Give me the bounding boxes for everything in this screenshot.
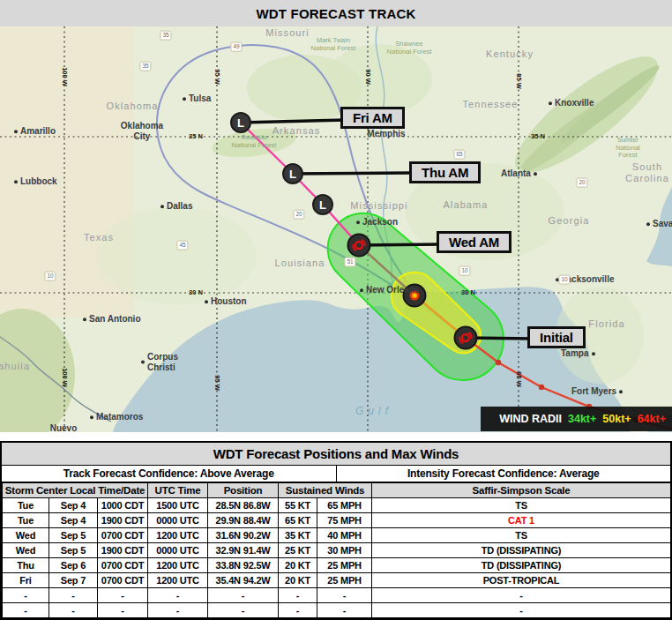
table-row: TueSep 41900 CDT0000 UTC29.9N 88.4W65 KT…: [3, 513, 671, 528]
table-cell: TS: [372, 528, 671, 543]
table-title: WDT Forecast Positions and Max Winds: [2, 443, 670, 466]
table-cell: 29.9N 88.4W: [208, 513, 279, 528]
callout-initial: Initial: [527, 326, 586, 348]
table-row: FriSep 70700 CDT1200 UTC35.4N 94.2W20 KT…: [3, 573, 671, 588]
svg-text:L: L: [289, 168, 296, 181]
callout-wed-am: Wed AM: [437, 231, 511, 253]
table-cell: Sep 4: [49, 498, 98, 513]
table-cell: 25 MPH: [317, 573, 372, 588]
table-cell: 1200 UTC: [148, 528, 208, 543]
table-cell: 28.5N 86.8W: [208, 498, 279, 513]
table-cell: Fri: [3, 573, 49, 588]
table-cell: -: [372, 588, 671, 603]
table-cell: 65 MPH: [317, 498, 372, 513]
svg-text:L: L: [237, 116, 244, 130]
table-cell: -: [49, 588, 98, 603]
track-confidence: Track Forecast Confidence: Above Average: [2, 466, 336, 482]
table-cell: 1900 CDT: [98, 513, 148, 528]
table-row: TueSep 41000 CDT1500 UTC28.5N 86.8W55 KT…: [3, 498, 671, 513]
callout-fri-am: Fri AM: [340, 107, 405, 129]
table-row: ThuSep 60700 CDT1200 UTC33.8N 92.5W20 KT…: [3, 558, 671, 573]
table-cell: Sep 5: [49, 528, 98, 543]
table-row: WedSep 51900 CDT0000 UTC32.9N 91.4W25 KT…: [3, 543, 671, 558]
table-cell: 0700 CDT: [98, 573, 148, 588]
table-cell: Wed: [3, 528, 49, 543]
legend-item: 34kt+: [568, 413, 596, 425]
col-header-winds: Sustained Winds: [279, 483, 372, 498]
table-cell: Tue: [3, 498, 49, 513]
table-cell: Sep 7: [49, 573, 98, 588]
header-row: Storm Center Local Time/Date UTC Time Po…: [3, 483, 671, 498]
table-cell: Tue: [3, 513, 49, 528]
table-cell: -: [317, 603, 372, 618]
table-row: --------: [3, 588, 671, 603]
storm-marker-tue-pm: [404, 285, 426, 307]
wdt-forecast-graphic: { "title": "WDT FORECAST TRACK", "map": …: [0, 0, 672, 620]
table-cell: 40 MPH: [317, 528, 372, 543]
table-cell: 0000 UTC: [148, 513, 208, 528]
table-cell: TD (DISSIPATING): [372, 543, 671, 558]
table-cell: Thu: [3, 558, 49, 573]
legend-item: 64kt+: [638, 413, 666, 425]
table-cell: 35 KT: [279, 528, 317, 543]
table-cell: -: [98, 603, 148, 618]
col-header-utc: UTC Time: [148, 483, 208, 498]
wind-radii-legend: WIND RADII 34kt+50kt+64kt+: [481, 407, 672, 431]
positions-table: Storm Center Local Time/Date UTC Time Po…: [2, 482, 671, 618]
table-cell: 33.8N 92.5W: [208, 558, 279, 573]
table-cell: Sep 4: [49, 513, 98, 528]
table-cell: -: [317, 588, 372, 603]
table-cell: 65 KT: [279, 513, 317, 528]
low-marker-fri-am: L: [231, 113, 250, 132]
legend-items: 34kt+50kt+64kt+: [568, 413, 666, 425]
storm-marker-wed-am: [348, 235, 370, 257]
table-cell: -: [208, 603, 279, 618]
table-cell: 1200 UTC: [148, 558, 208, 573]
table-cell: Wed: [3, 543, 49, 558]
col-header-position: Position: [208, 483, 279, 498]
table-cell: 32.9N 91.4W: [208, 543, 279, 558]
col-header-saffir: Saffir-Simpson Scale: [372, 483, 671, 498]
table-cell: 1900 CDT: [98, 543, 148, 558]
table-cell: -: [49, 603, 98, 618]
table-cell: 31.6N 90.2W: [208, 528, 279, 543]
callout-thu-am: Thu AM: [409, 161, 481, 183]
table-cell: -: [3, 588, 49, 603]
forecast-table: WDT Forecast Positions and Max Winds Tra…: [0, 441, 672, 620]
table-cell: TS: [372, 498, 671, 513]
table-cell: -: [279, 588, 317, 603]
table-cell: TD (DISSIPATING): [372, 558, 671, 573]
table-cell: POST-TROPICAL: [372, 573, 671, 588]
table-cell: -: [148, 603, 208, 618]
confidence-row: Track Forecast Confidence: Above Average…: [2, 466, 670, 482]
table-cell: 20 KT: [279, 573, 317, 588]
map-canvas: L L L: [0, 26, 672, 432]
table-cell: 55 KT: [279, 498, 317, 513]
table-cell: Sep 5: [49, 543, 98, 558]
forecast-track-map: L L L MissouriOklahomaArkansasTexasMissi…: [0, 26, 672, 432]
table-cell: 20 KT: [279, 558, 317, 573]
table-cell: 1000 CDT: [98, 498, 148, 513]
table-cell: -: [3, 603, 49, 618]
table-cell: -: [208, 588, 279, 603]
col-header-local-time: Storm Center Local Time/Date: [3, 483, 148, 498]
page-title: WDT FORECAST TRACK: [0, 0, 672, 26]
table-cell: 75 MPH: [317, 513, 372, 528]
table-cell: CAT 1: [372, 513, 671, 528]
legend-title: WIND RADII: [499, 413, 562, 425]
storm-marker-initial: [455, 327, 477, 349]
table-cell: 1500 UTC: [148, 498, 208, 513]
table-cell: Sep 6: [49, 558, 98, 573]
table-cell: 25 KT: [279, 543, 317, 558]
svg-text:L: L: [319, 198, 326, 212]
table-cell: -: [98, 588, 148, 603]
table-row: --------: [3, 603, 671, 618]
table-cell: 25 MPH: [317, 558, 372, 573]
legend-item: 50kt+: [602, 413, 631, 425]
table-cell: 0700 CDT: [98, 558, 148, 573]
table-cell: 0000 UTC: [148, 543, 208, 558]
table-cell: -: [148, 588, 208, 603]
table-cell: 0700 CDT: [98, 528, 148, 543]
table-row: WedSep 50700 CDT1200 UTC31.6N 90.2W35 KT…: [3, 528, 671, 543]
table-cell: -: [372, 603, 671, 618]
